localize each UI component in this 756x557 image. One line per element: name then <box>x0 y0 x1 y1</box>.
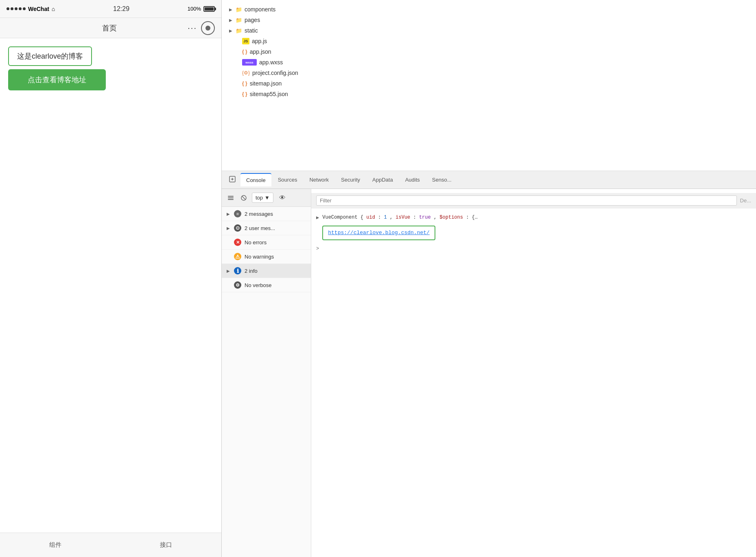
error-icon: ✕ <box>234 239 241 246</box>
tree-item-sitemap55-json[interactable]: ▶ { } sitemap55.json <box>222 89 756 99</box>
folder-name-components: components <box>245 6 275 13</box>
block-icon-button[interactable] <box>239 193 249 203</box>
log-label-no-warnings: No warnings <box>245 254 274 260</box>
sidebar-toggle-button[interactable] <box>226 193 236 203</box>
battery-percent: 100% <box>188 6 201 12</box>
signal-dot-2 <box>11 7 13 10</box>
phone-content-area: 这是clearlove的博客 点击查看博客地址 <box>0 38 221 533</box>
json-icon: { } <box>242 49 247 55</box>
json-icon: { } <box>242 91 247 97</box>
warn-icon: ⚠ <box>234 253 241 260</box>
time-display: 12:29 <box>113 5 129 13</box>
log-item-2-info[interactable]: ▶ ℹ 2 info <box>222 264 311 278</box>
log-label-no-errors: No errors <box>245 239 267 246</box>
wifi-icon: ⌂ <box>52 6 55 12</box>
log-item-user-messages[interactable]: ▶ ⊙ 2 user mes... <box>222 221 311 235</box>
console-log-list: ▶ ≡ 2 messages ▶ ⊙ 2 user mes... ▶ ✕ No … <box>222 207 311 557</box>
console-prompt-symbol[interactable]: > <box>316 244 319 253</box>
nav-dots-icon[interactable]: ··· <box>188 23 197 33</box>
top-context-select[interactable]: top ▼ <box>252 193 273 203</box>
blog-text-box: 这是clearlove的博客 <box>8 46 92 66</box>
expand-arrow-icon[interactable]: ▶ <box>316 214 319 221</box>
phone-frame: WeChat ⌂ 12:29 100% 首页 ··· <box>0 0 221 557</box>
vue-component-line: ▶ VueComponent { uid : 1 , isVue : true … <box>316 213 751 223</box>
chevron-icon: ▶ <box>227 269 231 273</box>
console-sidebar: top ▼ 👁 ▶ ≡ 2 messages ▶ ⊙ 2 user mes... <box>222 189 311 557</box>
signal-dot-4 <box>19 7 22 10</box>
url-highlight-box: https://clearlove.blog.csdn.net/ <box>322 226 435 240</box>
tab-sources[interactable]: Sources <box>272 173 303 186</box>
console-output-area: ▶ VueComponent { uid : 1 , isVue : true … <box>311 208 756 553</box>
phone-bottom-bar: 组件 接口 <box>0 533 221 557</box>
nav-target-inner <box>205 26 210 31</box>
signal-dot-1 <box>7 7 9 10</box>
tree-item-app-js[interactable]: ▶ JS app.js <box>222 36 756 46</box>
log-item-no-verbose[interactable]: ▶ ⚙ No verbose <box>222 278 311 292</box>
vue-component-text: VueComponent { uid : 1 , isVue : true , … <box>322 214 478 221</box>
carrier-label: WeChat <box>28 6 49 12</box>
file-name-app-js: app.js <box>252 38 267 44</box>
tab-inspect-icon[interactable] <box>225 173 240 187</box>
file-name-sitemap55-json: sitemap55.json <box>250 91 288 97</box>
bottom-tab-components[interactable]: 组件 <box>49 541 61 549</box>
filter-input[interactable] <box>316 195 737 206</box>
tab-network[interactable]: Network <box>304 173 334 186</box>
tree-item-project-config[interactable]: ▶ {⚙} project.config.json <box>222 68 756 78</box>
nav-title: 首页 <box>102 23 117 33</box>
tree-item-app-wxss[interactable]: ▶ wxss app.wxss <box>222 57 756 68</box>
user-icon: ⊙ <box>234 224 241 232</box>
file-tree-area: ▶ 📁 components ▶ 📁 pages ▶ 📁 static ▶ JS… <box>222 0 756 171</box>
tab-appdata[interactable]: AppData <box>367 173 399 186</box>
tree-item-app-json[interactable]: ▶ { } app.json <box>222 46 756 57</box>
svg-rect-1 <box>228 196 234 197</box>
status-right: 100% <box>188 6 215 12</box>
tab-senso[interactable]: Senso... <box>426 173 457 186</box>
folder-name-pages: pages <box>245 17 260 23</box>
svg-line-5 <box>242 196 246 200</box>
signal-dots <box>7 7 26 10</box>
phone-status-bar: WeChat ⌂ 12:29 100% <box>0 0 221 18</box>
js-icon: JS <box>242 38 249 44</box>
tree-item-sitemap-json[interactable]: ▶ { } sitemap.json <box>222 78 756 89</box>
log-label-messages: 2 messages <box>245 211 273 217</box>
blog-button[interactable]: 点击查看博客地址 <box>8 69 106 90</box>
chevron-icon: ▶ <box>227 226 231 230</box>
status-left: WeChat ⌂ <box>7 6 55 12</box>
log-label-user-messages: 2 user mes... <box>245 225 275 231</box>
wxss-icon: wxss <box>242 59 257 66</box>
file-name-project-config: project.config.json <box>252 70 298 76</box>
json-icon: { } <box>242 81 247 86</box>
log-item-no-warnings[interactable]: ▶ ⚠ No warnings <box>222 250 311 264</box>
config-icon: {⚙} <box>242 70 250 76</box>
chevron-icon: ▶ <box>228 7 233 12</box>
folder-icon-components: 📁 <box>236 7 242 13</box>
eye-button[interactable]: 👁 <box>277 192 288 204</box>
console-filter-bar: De... <box>311 193 756 208</box>
nav-target-button[interactable] <box>201 21 215 35</box>
devtools-tab-bar: Console Sources Network Security AppData… <box>222 171 756 189</box>
log-item-no-errors[interactable]: ▶ ✕ No errors <box>222 235 311 250</box>
tab-audits[interactable]: Audits <box>400 173 426 186</box>
messages-icon: ≡ <box>234 210 241 217</box>
tree-item-components[interactable]: ▶ 📁 components <box>222 4 756 15</box>
folder-icon-pages: 📁 <box>236 17 242 23</box>
console-content-area: De... ▶ VueComponent { uid : 1 , isVue <box>311 189 756 557</box>
url-link[interactable]: https://clearlove.blog.csdn.net/ <box>328 230 430 236</box>
chevron-icon: ▶ <box>228 28 233 33</box>
tree-item-static[interactable]: ▶ 📁 static <box>222 25 756 36</box>
chevron-down-icon: ▼ <box>264 195 270 201</box>
chevron-icon: ▶ <box>228 18 233 22</box>
tab-console[interactable]: Console <box>240 173 271 186</box>
verbose-icon: ⚙ <box>234 281 241 289</box>
battery-icon <box>203 6 215 12</box>
log-item-messages[interactable]: ▶ ≡ 2 messages <box>222 207 311 221</box>
bottom-tab-interface[interactable]: 接口 <box>160 541 172 549</box>
top-context-label: top <box>256 195 263 201</box>
tab-security[interactable]: Security <box>335 173 366 186</box>
console-toolbar: top ▼ 👁 <box>222 189 311 207</box>
file-name-app-wxss: app.wxss <box>259 59 283 66</box>
file-name-sitemap-json: sitemap.json <box>250 80 282 87</box>
folder-name-static: static <box>245 27 258 34</box>
default-text: De... <box>740 197 751 204</box>
tree-item-pages[interactable]: ▶ 📁 pages <box>222 15 756 25</box>
